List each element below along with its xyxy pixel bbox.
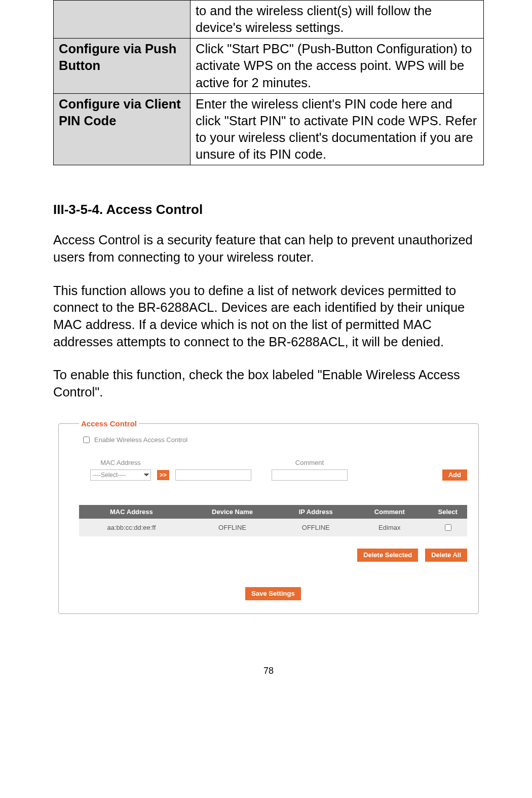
row-select-checkbox[interactable] (445, 524, 451, 531)
cell-ip: OFFLINE (281, 519, 351, 536)
definition-table: to and the wireless client(s) will follo… (53, 0, 484, 165)
def-desc: Enter the wireless client's PIN code her… (191, 93, 484, 165)
arrow-button[interactable]: >> (157, 470, 169, 480)
col-mac: MAC Address (79, 505, 184, 519)
def-desc: to and the wireless client(s) will follo… (191, 1, 484, 39)
col-ip: IP Address (281, 505, 351, 519)
delete-selected-button[interactable]: Delete Selected (357, 549, 418, 562)
table-row: Configure via Client PIN Code Enter the … (54, 93, 484, 165)
col-device: Device Name (184, 505, 281, 519)
table-row: to and the wireless client(s) will follo… (54, 1, 484, 39)
def-label (54, 1, 191, 39)
col-select: Select (428, 505, 467, 519)
mac-address-input[interactable] (175, 469, 251, 481)
add-button[interactable]: Add (442, 469, 467, 481)
body-paragraph: Access Control is a security feature tha… (53, 232, 484, 266)
comment-input[interactable] (272, 469, 348, 481)
section-heading: III-3-5-4. Access Control (53, 202, 484, 217)
body-paragraph: This function allows you to define a lis… (53, 282, 484, 351)
cell-mac: aa:bb:cc:dd:ee:ff (79, 519, 184, 536)
delete-all-button[interactable]: Delete All (425, 549, 467, 562)
cell-comment: Edimax (351, 519, 428, 536)
enable-label: Enable Wireless Access Control (94, 436, 187, 444)
save-settings-button[interactable]: Save Settings (245, 587, 300, 600)
enable-wireless-access-control-checkbox[interactable] (83, 437, 90, 443)
col-comment: Comment (351, 505, 428, 519)
access-control-table: MAC Address Device Name IP Address Comme… (79, 505, 467, 536)
mac-address-select[interactable]: ----Select---- (90, 469, 151, 481)
def-label: Configure via Client PIN Code (54, 93, 191, 165)
panel-legend: Access Control (79, 419, 139, 428)
def-label: Configure via Push Button (54, 39, 191, 93)
def-desc: Click "Start PBC" (Push-Button Configura… (191, 39, 484, 93)
body-paragraph: To enable this function, check the box l… (53, 367, 484, 401)
mac-address-label: MAC Address (90, 459, 151, 466)
cell-device: OFFLINE (184, 519, 281, 536)
table-row: Configure via Push Button Click "Start P… (54, 39, 484, 93)
comment-label: Comment (272, 459, 348, 466)
table-row: aa:bb:cc:dd:ee:ff OFFLINE OFFLINE Edimax (79, 519, 467, 536)
cell-select (428, 519, 467, 536)
page-number: 78 (53, 666, 484, 676)
access-control-panel: Access Control Enable Wireless Access Co… (58, 419, 479, 614)
